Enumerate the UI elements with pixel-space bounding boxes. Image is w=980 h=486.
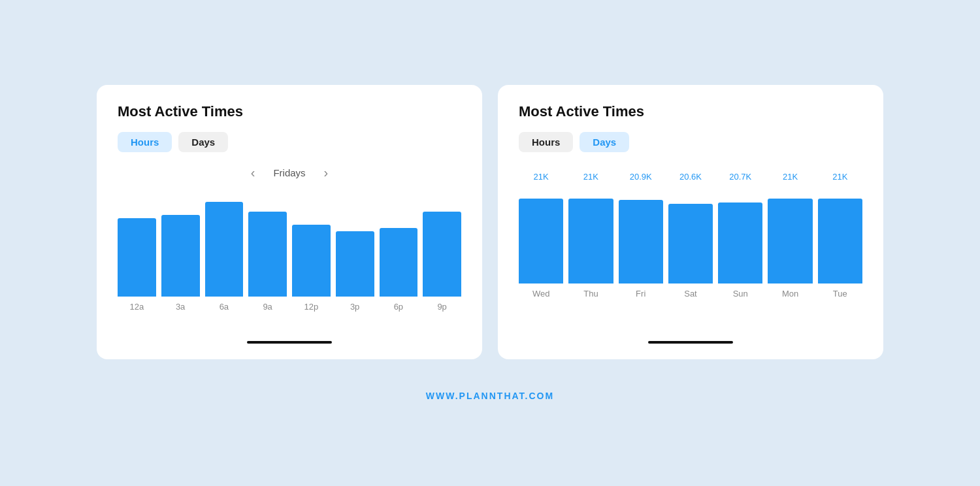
- tab-days-right[interactable]: Days: [580, 132, 629, 152]
- nav-prev-left[interactable]: ‹: [248, 165, 258, 180]
- tab-hours-right[interactable]: Hours: [519, 132, 573, 152]
- axis-label-wed: Wed: [519, 289, 563, 299]
- chart-area-right: 21K 21K 20.9K 20.6K 20.7K 21K 21K Wed Th…: [519, 172, 862, 329]
- axis-row-left: 12a 3a 6a 9a 12p 3p 6p 9p: [118, 302, 461, 312]
- bar-6a: [205, 202, 244, 297]
- bars-right: [519, 186, 862, 284]
- axis-label-3a: 3a: [161, 302, 200, 312]
- nav-label-left: Fridays: [273, 167, 305, 178]
- tab-row-left: Hours Days: [118, 132, 461, 152]
- axis-label-9a: 9a: [248, 302, 287, 312]
- bar-tue: [818, 199, 862, 284]
- value-labels-row: 21K 21K 20.9K 20.6K 20.7K 21K 21K: [519, 172, 862, 182]
- home-indicator-left: [247, 341, 332, 344]
- bar-9p: [423, 212, 461, 297]
- axis-label-thu: Thu: [568, 289, 613, 299]
- card-right: Most Active Times Hours Days 21K 21K 20.…: [498, 85, 883, 359]
- axis-label-tue: Tue: [818, 289, 862, 299]
- axis-label-sat: Sat: [668, 289, 713, 299]
- axis-label-6p: 6p: [380, 302, 418, 312]
- card-left-title: Most Active Times: [118, 103, 461, 120]
- bars-left: [118, 192, 461, 297]
- axis-label-fri: Fri: [619, 289, 663, 299]
- value-thu: 21K: [568, 172, 613, 182]
- value-tue: 21K: [818, 172, 862, 182]
- chart-area-left: 12a 3a 6a 9a 12p 3p 6p 9p: [118, 192, 461, 329]
- axis-label-12a: 12a: [118, 302, 156, 312]
- axis-label-6a: 6a: [205, 302, 244, 312]
- bar-fri: [619, 200, 663, 284]
- footer-url: WWW.PLANNTHAT.COM: [426, 391, 554, 401]
- value-sat: 20.6K: [668, 172, 713, 182]
- bar-3a: [161, 215, 200, 297]
- tab-row-right: Hours Days: [519, 132, 862, 152]
- bar-mon: [768, 199, 812, 284]
- nav-row-left: ‹ Fridays ›: [118, 165, 461, 180]
- bar-9a: [248, 212, 287, 297]
- value-fri: 20.9K: [619, 172, 663, 182]
- axis-label-mon: Mon: [768, 289, 812, 299]
- nav-next-left[interactable]: ›: [321, 165, 331, 180]
- value-sun: 20.7K: [718, 172, 762, 182]
- bar-12p: [292, 225, 331, 297]
- bar-sat: [668, 204, 713, 284]
- value-wed: 21K: [519, 172, 563, 182]
- bar-thu: [568, 199, 613, 284]
- axis-label-3p: 3p: [336, 302, 374, 312]
- axis-label-sun: Sun: [718, 289, 762, 299]
- bar-6p: [380, 228, 418, 297]
- bar-3p: [336, 231, 374, 297]
- card-left: Most Active Times Hours Days ‹ Fridays ›…: [97, 85, 482, 359]
- bar-12a: [118, 218, 156, 297]
- card-right-title: Most Active Times: [519, 103, 862, 120]
- home-indicator-right: [648, 341, 733, 344]
- cards-container: Most Active Times Hours Days ‹ Fridays ›…: [44, 85, 936, 359]
- tab-hours-left[interactable]: Hours: [118, 132, 172, 152]
- axis-row-right: Wed Thu Fri Sat Sun Mon Tue: [519, 289, 862, 299]
- tab-days-left[interactable]: Days: [178, 132, 228, 152]
- bar-wed: [519, 199, 563, 284]
- axis-label-9p: 9p: [423, 302, 461, 312]
- value-mon: 21K: [768, 172, 812, 182]
- bar-sun: [718, 202, 762, 284]
- axis-label-12p: 12p: [292, 302, 331, 312]
